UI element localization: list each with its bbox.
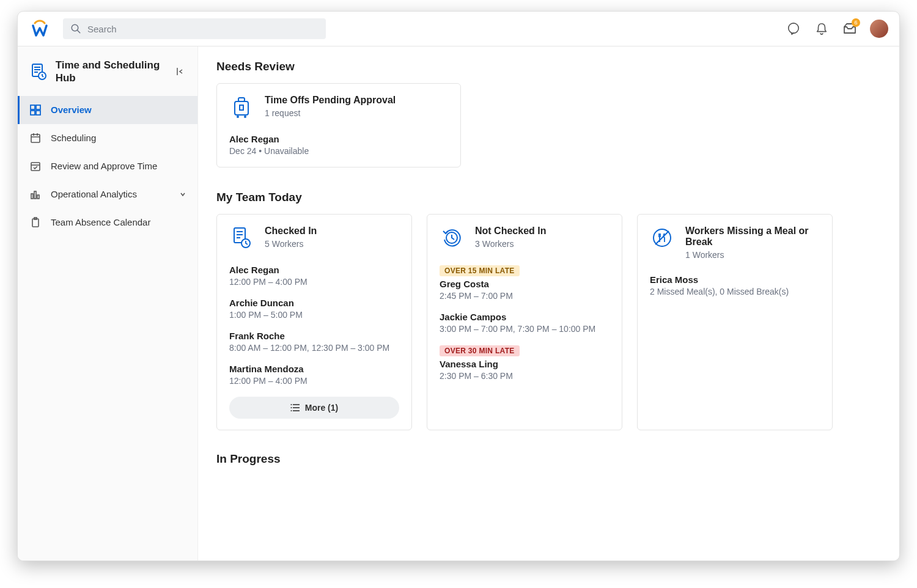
sidebar: Time and Scheduling Hub Overview Schedul… [18, 46, 198, 560]
chat-icon[interactable] [786, 21, 801, 37]
card-title: Not Checked In [475, 226, 546, 237]
bell-icon[interactable] [814, 21, 830, 37]
card-subtitle: 3 Workers [475, 239, 546, 249]
sidebar-header: Time and Scheduling Hub [18, 55, 197, 96]
list-item: Martina Mendoza 12:00 PM – 4:00 PM [229, 364, 399, 386]
person-name: Alec Regan [229, 265, 399, 275]
person-name: Erica Moss [650, 274, 820, 285]
topbar: 6 [18, 12, 899, 46]
svg-rect-12 [36, 111, 40, 115]
section-title-my-team: My Team Today [216, 191, 881, 204]
person-detail: Dec 24 • Unavailable [229, 146, 448, 156]
list-item: Archie Duncan 1:00 PM – 5:00 PM [229, 298, 399, 320]
svg-point-2 [789, 23, 799, 34]
person-name: Alec Regan [229, 134, 448, 144]
calendar-icon [29, 131, 42, 145]
person-time: 8:00 AM – 12:00 PM, 12:30 PM – 3:00 PM [229, 343, 399, 353]
time-offs-pending-card[interactable]: Time Offs Pending Approval 1 request Ale… [216, 83, 461, 167]
calendar-check-icon [29, 160, 42, 173]
person-detail: 2 Missed Meal(s), 0 Missed Break(s) [650, 287, 820, 296]
sidebar-title: Time and Scheduling Hub [56, 59, 174, 85]
logo-icon[interactable] [29, 18, 51, 40]
card-subtitle: 1 Workers [685, 250, 820, 260]
list-item: Frank Roche 8:00 AM – 12:00 PM, 12:30 PM… [229, 331, 399, 353]
svg-point-38 [290, 407, 292, 408]
late-badge: OVER 30 MIN LATE [440, 345, 520, 356]
svg-rect-20 [34, 191, 36, 199]
svg-point-27 [237, 116, 239, 118]
document-clock-icon [229, 226, 254, 250]
person-time: 3:00 PM – 7:00 PM, 7:30 PM – 10:00 PM [440, 324, 609, 334]
clipboard-icon [29, 216, 42, 229]
inbox-icon[interactable]: 6 [842, 21, 858, 37]
section-title-in-progress: In Progress [216, 452, 881, 466]
avatar[interactable] [870, 20, 888, 38]
nav-label: Review and Approve Time [51, 161, 157, 171]
section-title-needs-review: Needs Review [216, 60, 881, 73]
app-window: 6 Time and Scheduling Hub Overview [17, 11, 900, 561]
main-content: Needs Review Time Offs Pending Approval … [198, 46, 899, 560]
sidebar-item-review[interactable]: Review and Approve Time [18, 152, 197, 180]
collapse-sidebar-icon[interactable] [174, 65, 186, 78]
search-input[interactable] [87, 24, 319, 34]
list-item: Erica Moss 2 Missed Meal(s), 0 Missed Br… [650, 274, 820, 296]
person-time: 2:45 PM – 7:00 PM [440, 291, 609, 301]
inbox-badge: 6 [852, 18, 860, 27]
sidebar-item-team-absence[interactable]: Team Absence Calendar [18, 208, 197, 237]
sidebar-item-scheduling[interactable]: Scheduling [18, 124, 197, 152]
nav-label: Scheduling [51, 133, 96, 143]
svg-line-1 [77, 30, 80, 33]
svg-rect-21 [37, 195, 39, 199]
person-name: Archie Duncan [229, 298, 399, 308]
card-subtitle: 1 request [265, 108, 396, 118]
person-name: Jackie Campos [440, 312, 609, 322]
checked-in-card[interactable]: Checked In 5 Workers Alec Regan 12:00 PM… [216, 214, 412, 430]
late-badge: OVER 15 MIN LATE [440, 265, 520, 276]
card-title: Checked In [265, 226, 317, 237]
chevron-down-icon [179, 191, 186, 198]
utensils-icon [650, 226, 674, 250]
svg-rect-19 [31, 194, 33, 199]
person-time: 12:00 PM – 4:00 PM [229, 277, 399, 287]
person-time: 2:30 PM – 6:30 PM [440, 371, 609, 381]
svg-rect-13 [31, 134, 40, 142]
more-button[interactable]: More (1) [229, 397, 399, 419]
svg-rect-11 [31, 111, 35, 115]
nav-label: Overview [51, 105, 92, 115]
svg-rect-17 [31, 163, 40, 171]
workers-missing-break-card[interactable]: Workers Missing a Meal or Break 1 Worker… [637, 214, 833, 430]
svg-rect-10 [36, 105, 40, 109]
clock-arrow-icon [440, 226, 464, 250]
svg-point-37 [290, 404, 292, 405]
sidebar-item-overview[interactable]: Overview [18, 96, 197, 124]
list-item: Alec Regan 12:00 PM – 4:00 PM [229, 265, 399, 287]
person-name: Vanessa Ling [440, 359, 609, 369]
nav-label: Team Absence Calendar [51, 217, 150, 227]
person-time: 12:00 PM – 4:00 PM [229, 376, 399, 386]
nav-label: Operational Analytics [51, 189, 137, 199]
svg-rect-25 [238, 98, 245, 101]
svg-line-42 [655, 231, 669, 244]
person-time: 1:00 PM – 5:00 PM [229, 310, 399, 320]
list-item: OVER 30 MIN LATE Vanessa Ling 2:30 PM – … [440, 345, 609, 381]
hub-icon [29, 61, 48, 82]
bar-chart-icon [29, 188, 42, 201]
person-name: Martina Mendoza [229, 364, 399, 374]
list-item: OVER 15 MIN LATE Greg Costa 2:45 PM – 7:… [440, 265, 609, 301]
svg-rect-9 [31, 105, 35, 109]
search-container [63, 18, 326, 39]
sidebar-item-analytics[interactable]: Operational Analytics [18, 180, 197, 208]
overview-icon [29, 103, 42, 117]
svg-rect-22 [32, 219, 39, 227]
svg-rect-26 [240, 105, 243, 110]
card-subtitle: 5 Workers [265, 239, 317, 249]
more-label: More (1) [305, 403, 338, 413]
person-name: Frank Roche [229, 331, 399, 341]
luggage-icon [229, 95, 254, 119]
svg-point-28 [244, 116, 246, 118]
person-name: Greg Costa [440, 279, 609, 289]
card-title: Time Offs Pending Approval [265, 95, 396, 106]
not-checked-in-card[interactable]: Not Checked In 3 Workers OVER 15 MIN LAT… [427, 214, 622, 430]
topbar-actions: 6 [786, 20, 888, 38]
list-item: Jackie Campos 3:00 PM – 7:00 PM, 7:30 PM… [440, 312, 609, 334]
